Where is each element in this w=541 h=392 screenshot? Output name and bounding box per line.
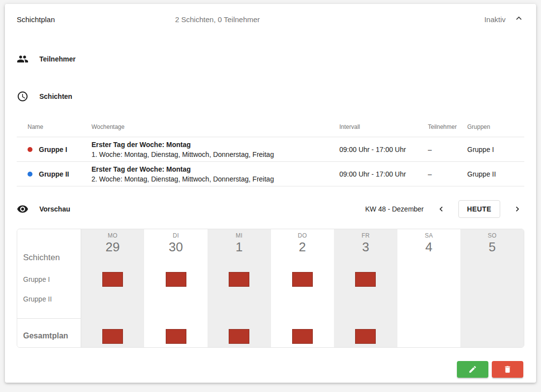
day-column: FR3 (334, 229, 397, 347)
page-title: Schichtplan (17, 15, 175, 24)
shift-participants: – (428, 146, 467, 153)
vorschau-label: Vorschau (39, 205, 70, 213)
shift-block-gesamtplan (102, 329, 123, 344)
shift-color-dot (28, 172, 32, 177)
footer-actions (17, 361, 524, 378)
shift-block-gruppe1 (102, 272, 123, 287)
edit-button[interactable] (457, 361, 488, 378)
delete-button[interactable] (492, 361, 523, 378)
day-abbr: SA (397, 232, 461, 240)
clock-icon (17, 90, 29, 102)
table-row[interactable]: Gruppe II Erster Tag der Woche: Montag 2… (17, 161, 524, 186)
column-header-gruppen: Gruppen (467, 123, 524, 130)
shift-name: Gruppe II (39, 170, 69, 178)
next-week-button[interactable] (511, 202, 524, 216)
day-abbr: SO (460, 232, 524, 240)
day-number: 5 (460, 240, 524, 254)
calendar-row-label-gruppe1: Gruppe I (23, 274, 50, 284)
calendar-row-label-gruppe2: Gruppe II (23, 294, 52, 304)
schichten-label: Schichten (39, 92, 72, 100)
column-header-wochentage: Wochentage (91, 123, 339, 130)
shift-block-gruppe1 (166, 272, 186, 287)
day-abbr: DI (144, 232, 208, 240)
section-teilnehmer: Teilnehmer (17, 53, 524, 65)
weekdays-detail: 1. Woche: Montag, Dienstag, Mittwoch, Do… (91, 150, 339, 159)
day-number: 30 (144, 240, 208, 254)
shift-participants: – (428, 170, 467, 178)
shift-table: Name Wochentage Intervall Teilnehmer Gru… (17, 117, 524, 186)
panel-header[interactable]: Schichtplan 2 Schichten, 0 Teilnehmer In… (17, 4, 524, 34)
shift-block-gesamtplan (355, 329, 376, 344)
shift-interval: 09:00 Uhr - 17:00 Uhr (339, 146, 428, 153)
day-column: DO2 (271, 229, 334, 347)
preview-bar: Vorschau KW 48 - Dezember HEUTE (17, 198, 524, 220)
weekdays-rule: Erster Tag der Woche: Montag (91, 140, 339, 150)
day-number: 2 (271, 240, 334, 254)
shift-block-gruppe1 (355, 272, 376, 287)
weekdays-detail: 2. Woche: Montag, Dienstag, Mittwoch, Do… (91, 174, 339, 184)
shift-interval: 09:00 Uhr - 17:00 Uhr (339, 170, 428, 178)
day-column: MO29 (81, 229, 145, 347)
day-number: 4 (397, 240, 461, 254)
shift-block-gesamtplan (292, 329, 313, 344)
table-header-row: Name Wochentage Intervall Teilnehmer Gru… (17, 117, 524, 137)
calendar-schichten-title: Schichten (23, 253, 60, 263)
shift-groups: Gruppe II (467, 170, 524, 178)
day-abbr: MO (81, 232, 145, 240)
shift-block-gruppe1 (292, 272, 313, 287)
column-header-name: Name (17, 123, 91, 130)
people-icon (17, 53, 29, 65)
day-number: 29 (81, 240, 145, 254)
shift-name: Gruppe I (39, 146, 67, 153)
calendar-label-column: Schichten Gruppe I Gruppe II Gesamtplan (17, 229, 81, 347)
day-number: 1 (208, 240, 271, 254)
day-abbr: FR (334, 232, 397, 240)
shift-block-gesamtplan (229, 329, 249, 344)
column-header-teilnehmer: Teilnehmer (428, 123, 467, 130)
weekdays-rule: Erster Tag der Woche: Montag (91, 164, 339, 174)
shift-color-dot (28, 147, 32, 152)
day-abbr: MI (208, 232, 271, 240)
day-column: SO5 (460, 229, 524, 347)
section-vorschau: Vorschau (17, 203, 70, 215)
trash-icon (503, 365, 512, 374)
chevron-left-icon (436, 204, 446, 214)
shift-block-gesamtplan (166, 329, 186, 344)
day-column: DI30 (144, 229, 208, 347)
panel-summary: 2 Schichten, 0 Teilnehmer (175, 15, 484, 24)
shift-block-gruppe1 (229, 272, 249, 287)
table-row[interactable]: Gruppe I Erster Tag der Woche: Montag 1.… (17, 137, 524, 161)
shift-groups: Gruppe I (467, 146, 524, 153)
pencil-icon (468, 365, 477, 374)
day-abbr: DO (271, 232, 334, 240)
chevron-right-icon (512, 204, 522, 214)
section-schichten: Schichten (17, 90, 524, 102)
column-header-intervall: Intervall (339, 123, 428, 130)
calendar-divider (17, 318, 81, 319)
week-label: KW 48 - Dezember (365, 205, 424, 213)
eye-icon (17, 203, 29, 215)
previous-week-button[interactable] (434, 202, 448, 216)
calendar-preview: Schichten Gruppe I Gruppe II Gesamtplan … (17, 229, 524, 348)
calendar-gesamtplan-label: Gesamtplan (23, 332, 68, 340)
teilnehmer-label: Teilnehmer (39, 55, 76, 63)
chevron-up-icon[interactable] (513, 14, 524, 25)
status-badge: Inaktiv (484, 15, 506, 24)
shift-plan-panel: Schichtplan 2 Schichten, 0 Teilnehmer In… (5, 4, 536, 383)
day-number: 3 (334, 240, 397, 254)
day-column: MI1 (208, 229, 271, 347)
today-button[interactable]: HEUTE (458, 200, 500, 218)
day-column: SA4 (397, 229, 461, 347)
